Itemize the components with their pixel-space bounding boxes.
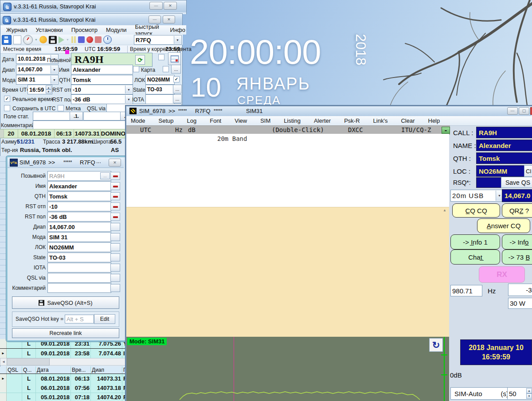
menu-psk-r[interactable]: Psk-R bbox=[343, 117, 360, 124]
menu-alerter[interactable]: Alerter bbox=[313, 117, 332, 124]
sim-main-title-stars1: ***** bbox=[178, 109, 187, 113]
cq-button[interactable]: C̲Q CQ bbox=[452, 203, 500, 218]
power-value: 30 W bbox=[510, 300, 525, 307]
sim-auto-value: 50 bbox=[509, 390, 516, 397]
sim-main-menubar: Mode Setup Log Font View SIM Listing Ale… bbox=[126, 116, 532, 126]
band-mode-value: 20m USB bbox=[452, 192, 484, 199]
listing-header: UTC Hz dB (Double-Click) DXCC ITU/CQ-Z - bbox=[126, 125, 450, 135]
menu-font[interactable]: Font bbox=[209, 117, 222, 124]
freq-display: 14,067.0 bbox=[502, 189, 532, 202]
close-button-sliver[interactable] bbox=[530, 107, 532, 115]
tx-freq-spinner[interactable]: 980.71 ▲▼ bbox=[450, 285, 482, 296]
screen: 20:00:00 2018 10 ЯНВАРЬ СРЕДА Ҩ v.3.31-6… bbox=[0, 0, 532, 401]
power-display: 30 W bbox=[508, 298, 532, 309]
sim31-app-icon bbox=[129, 108, 137, 114]
save-qso-button[interactable]: Save QS bbox=[501, 177, 532, 188]
qth-display: Tomsk bbox=[476, 152, 532, 164]
date-line: 2018 January 10 bbox=[469, 344, 524, 352]
answer-cq-button[interactable]: A̲nswer CQ bbox=[477, 218, 530, 233]
tx-freq-value: 980.71 bbox=[452, 287, 473, 295]
menu-help[interactable]: Help bbox=[427, 117, 441, 124]
scroll-up-icon[interactable]: ▲ bbox=[443, 208, 446, 212]
loc-value: NO26MM bbox=[479, 167, 507, 175]
level-axis-line bbox=[444, 337, 445, 401]
info2-button[interactable]: -> Info̲ bbox=[502, 234, 532, 249]
minimize-button[interactable]: — bbox=[507, 107, 518, 115]
waterfall[interactable]: Mode: SIM31 ↻ bbox=[126, 337, 449, 401]
sim-main-titlebar[interactable]: SIM_6978 >> ***** R7FQ ***** SIM31 — ▢ bbox=[126, 106, 531, 116]
sim-auto-label: SIM-Auto bbox=[454, 390, 482, 397]
band-text: 20m Band bbox=[217, 135, 247, 142]
loc-display: NO26MM bbox=[476, 165, 528, 177]
chat-button[interactable]: Chat̲ bbox=[450, 249, 500, 265]
call-value: RA9H bbox=[479, 129, 497, 136]
menu-log[interactable]: Log bbox=[186, 117, 198, 124]
zero-db-label: 0dB bbox=[450, 371, 462, 379]
sim-main-title-app: SIM_6978 bbox=[139, 108, 165, 114]
maximize-button[interactable]: ▢ bbox=[519, 107, 529, 115]
collapse-button[interactable]: - bbox=[442, 127, 450, 134]
decode-area[interactable]: 20m Band bbox=[126, 134, 449, 207]
spectrum-trace bbox=[126, 337, 449, 401]
band-mode-combo[interactable]: 20m USB ▼ bbox=[450, 190, 504, 202]
menu-view[interactable]: View bbox=[234, 117, 248, 124]
col-utc[interactable]: UTC bbox=[140, 126, 151, 133]
sim-main-title-stars2: ***** bbox=[214, 109, 222, 113]
call-label: CALL : bbox=[453, 129, 473, 136]
name-label: NAME : bbox=[453, 142, 476, 149]
b73-button[interactable]: -> 73 B̲ bbox=[502, 249, 532, 265]
rsq-display bbox=[476, 177, 503, 188]
chat-area[interactable] bbox=[126, 207, 449, 337]
clear-loc-button[interactable]: Cl bbox=[524, 165, 532, 177]
time-line: 16:59:59 bbox=[482, 353, 510, 361]
level-tick bbox=[441, 374, 447, 375]
sim-main-title-call: R7FQ bbox=[195, 108, 211, 114]
spin-down-icon[interactable]: ▼ bbox=[526, 393, 532, 399]
name-display: Alexander bbox=[476, 140, 532, 151]
hz-label: Hz bbox=[488, 287, 496, 295]
col-itu-cqz[interactable]: ITU/CQ-Z bbox=[401, 126, 431, 133]
menu-setup[interactable]: Setup bbox=[158, 117, 175, 124]
menu-sim[interactable]: SIM bbox=[259, 117, 271, 124]
qrz-button[interactable]: QRZ̲ ? bbox=[502, 203, 532, 218]
freq-value: 14,067.0 bbox=[505, 192, 530, 199]
sim-auto-spinner[interactable]: 50 ▲▼ bbox=[507, 387, 532, 400]
col-db[interactable]: dB bbox=[188, 126, 196, 133]
level-display: -36 bbox=[508, 284, 532, 296]
menu-links[interactable]: Link's bbox=[372, 117, 389, 124]
level-tick bbox=[441, 354, 447, 355]
menu-mode[interactable]: Mode bbox=[130, 117, 146, 124]
sim-main-title-mode: SIM31 bbox=[246, 108, 263, 114]
spin-up-icon[interactable]: ▲ bbox=[526, 388, 532, 393]
info1-button[interactable]: -> I̲nfo 1 bbox=[450, 234, 500, 249]
col-hz[interactable]: Hz bbox=[175, 126, 183, 133]
reload-waterfall-icon[interactable]: ↻ bbox=[429, 338, 443, 352]
col-dxcc[interactable]: DXCC bbox=[348, 126, 363, 133]
menu-clear[interactable]: Clear bbox=[400, 117, 415, 124]
col-double-click[interactable]: (Double-Click) bbox=[272, 126, 324, 133]
rx-button[interactable]: RX bbox=[479, 266, 525, 283]
window-sim-main: SIM_6978 >> ***** R7FQ ***** SIM31 — ▢ M… bbox=[0, 0, 532, 401]
sim-auto-button[interactable]: SIM-Auto (s) bbox=[450, 387, 512, 400]
level-value: -36 bbox=[526, 286, 532, 294]
datetime-display: 2018 January 10 16:59:59 bbox=[460, 339, 532, 365]
menu-listing[interactable]: Listing bbox=[283, 117, 301, 124]
name-value: Alexander bbox=[479, 142, 511, 149]
sim-main-title-arrows: >> bbox=[168, 108, 175, 114]
qth-value: Tomsk bbox=[479, 155, 500, 162]
qth-label: QTH : bbox=[453, 155, 471, 162]
loc-label: LOC : bbox=[453, 167, 470, 175]
call-display: RA9H bbox=[476, 127, 532, 138]
rsq-label: RSQ*: bbox=[453, 179, 471, 186]
